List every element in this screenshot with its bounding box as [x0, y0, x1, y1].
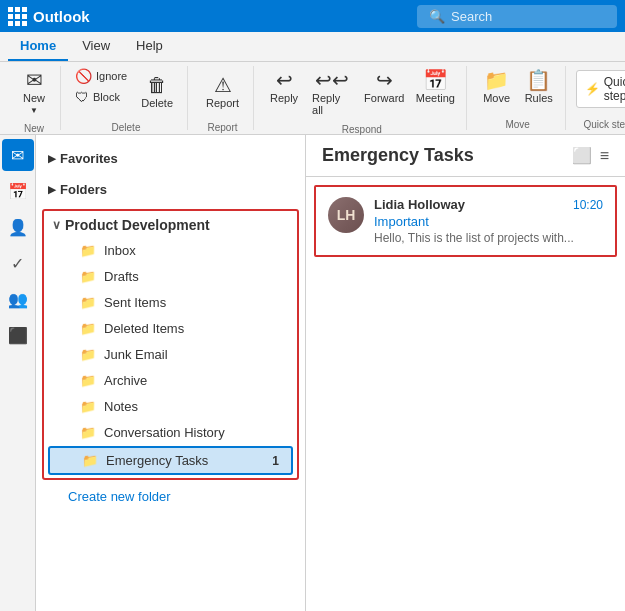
- junk-icon: 📁: [80, 347, 96, 362]
- ribbon-delete-group-label: Delete: [112, 120, 141, 133]
- sidebar: ▶ Favorites ▶ Folders ∨ Product Developm…: [36, 135, 306, 611]
- emergency-tasks-label: Emergency Tasks: [106, 453, 208, 468]
- sidebar-item-archive[interactable]: 📁 Archive: [48, 368, 293, 393]
- ignore-block-group: 🚫 Ignore 🛡 Block: [71, 66, 131, 107]
- ignore-icon: 🚫: [75, 68, 92, 84]
- block-button[interactable]: 🛡 Block: [71, 87, 131, 107]
- block-label: Block: [93, 91, 120, 103]
- sidebar-item-deleted[interactable]: 📁 Deleted Items: [48, 316, 293, 341]
- conv-history-label: Conversation History: [104, 425, 225, 440]
- report-icon: ⚠: [214, 75, 232, 95]
- nav-mail[interactable]: ✉: [2, 139, 34, 171]
- folders-chevron: ▶: [48, 184, 56, 195]
- tab-help[interactable]: Help: [124, 32, 175, 61]
- reply-label: Reply: [270, 92, 298, 104]
- ribbon-group-quicksteps: ⚡ Quick steps Quick steps: [570, 66, 625, 130]
- delete-icon: 🗑: [147, 75, 167, 95]
- block-icon: 🛡: [75, 89, 89, 105]
- ignore-button[interactable]: 🚫 Ignore: [71, 66, 131, 86]
- ribbon-report-group-label: Report: [208, 120, 238, 133]
- filter-icon[interactable]: ≡: [600, 147, 609, 165]
- content-header-actions: ⬜ ≡: [572, 146, 609, 165]
- content-title: Emergency Tasks: [322, 145, 474, 166]
- rules-label: Rules: [525, 92, 553, 104]
- product-dev-expand-icon: ∨: [52, 218, 61, 232]
- rules-button[interactable]: 📋 Rules: [519, 66, 559, 108]
- delete-label: Delete: [141, 97, 173, 109]
- nav-tasks[interactable]: ✓: [2, 247, 34, 279]
- sidebar-item-inbox[interactable]: 📁 Inbox: [48, 238, 293, 263]
- tab-home[interactable]: Home: [8, 32, 68, 61]
- reply-button[interactable]: ↩ Reply: [264, 66, 304, 108]
- forward-button[interactable]: ↪ Forward: [359, 66, 409, 108]
- emergency-tasks-badge: 1: [272, 454, 279, 468]
- new-button[interactable]: ✉ New ▼: [14, 66, 54, 119]
- title-bar: Outlook 🔍: [0, 0, 625, 32]
- content-area: Emergency Tasks ⬜ ≡ LH Lidia Holloway 10…: [306, 135, 625, 611]
- ribbon-new-group-label: New: [24, 121, 44, 134]
- archive-label: Archive: [104, 373, 147, 388]
- lightning-icon: ⚡: [585, 82, 600, 96]
- meeting-button[interactable]: 📅 Meeting: [411, 66, 460, 108]
- sent-icon: 📁: [80, 295, 96, 310]
- ribbon-group-delete: 🚫 Ignore 🛡 Block 🗑 Delete Delete: [65, 66, 188, 130]
- favorites-chevron: ▶: [48, 153, 56, 164]
- ribbon-content: ✉ New ▼ New 🚫 Ignore 🛡 Block: [0, 62, 625, 134]
- search-bar[interactable]: 🔍: [417, 5, 617, 28]
- reply-all-icon: ↩↩: [315, 70, 349, 90]
- ribbon-group-move: 📁 Move 📋 Rules Move: [471, 66, 566, 130]
- deleted-label: Deleted Items: [104, 321, 184, 336]
- drafts-icon: 📁: [80, 269, 96, 284]
- quick-steps-button[interactable]: ⚡ Quick steps: [576, 70, 625, 108]
- email-content: Lidia Holloway 10:20 Important Hello, Th…: [374, 197, 603, 245]
- move-button[interactable]: 📁 Move: [477, 66, 517, 108]
- quicksteps-buttons: ⚡ Quick steps: [576, 66, 625, 115]
- reply-all-button[interactable]: ↩↩ Reply all: [306, 66, 357, 120]
- rules-icon: 📋: [526, 70, 551, 90]
- move-buttons: 📁 Move 📋 Rules: [477, 66, 559, 115]
- search-input[interactable]: [451, 9, 601, 24]
- nav-apps[interactable]: ⬛: [2, 319, 34, 351]
- ribbon-move-group-label: Move: [505, 117, 529, 130]
- create-folder-link[interactable]: Create new folder: [36, 484, 305, 509]
- product-development-header[interactable]: ∨ Product Development: [44, 213, 297, 237]
- sidebar-item-sent[interactable]: 📁 Sent Items: [48, 290, 293, 315]
- ribbon-group-respond: ↩ Reply ↩↩ Reply all ↪ Forward 📅 Meeting…: [258, 66, 467, 130]
- notes-icon: 📁: [80, 399, 96, 414]
- folders-header[interactable]: ▶ Folders: [36, 178, 305, 201]
- product-development-label: Product Development: [65, 217, 210, 233]
- pop-out-icon[interactable]: ⬜: [572, 146, 592, 165]
- respond-buttons: ↩ Reply ↩↩ Reply all ↪ Forward 📅 Meeting: [264, 66, 460, 120]
- email-time: 10:20: [573, 198, 603, 212]
- forward-label: Forward: [364, 92, 404, 104]
- new-dropdown-icon: ▼: [30, 106, 38, 115]
- new-label: New: [23, 92, 45, 104]
- sidebar-item-emergency-tasks[interactable]: 📁 Emergency Tasks 1: [48, 446, 293, 475]
- sidebar-item-conversation-history[interactable]: 📁 Conversation History: [48, 420, 293, 445]
- nav-calendar[interactable]: 📅: [2, 175, 34, 207]
- inbox-label: Inbox: [104, 243, 136, 258]
- nav-groups[interactable]: 👥: [2, 283, 34, 315]
- delete-button[interactable]: 🗑 Delete: [133, 66, 181, 118]
- report-button[interactable]: ⚠ Report: [198, 66, 247, 118]
- email-sender: Lidia Holloway: [374, 197, 465, 212]
- ribbon-group-report: ⚠ Report Report: [192, 66, 254, 130]
- sidebar-item-junk[interactable]: 📁 Junk Email: [48, 342, 293, 367]
- email-preview: Hello, This is the list of projects with…: [374, 231, 603, 245]
- main-layout: ✉ 📅 👤 ✓ 👥 ⬛ ▶ Favorites ▶ Folders ∨ Prod…: [0, 135, 625, 611]
- email-list: LH Lidia Holloway 10:20 Important Hello,…: [306, 177, 625, 611]
- sidebar-item-notes[interactable]: 📁 Notes: [48, 394, 293, 419]
- app-name: Outlook: [33, 8, 90, 25]
- email-item[interactable]: LH Lidia Holloway 10:20 Important Hello,…: [314, 185, 617, 257]
- nav-icons: ✉ 📅 👤 ✓ 👥 ⬛: [0, 135, 36, 611]
- tab-view[interactable]: View: [70, 32, 122, 61]
- inbox-icon: 📁: [80, 243, 96, 258]
- delete-buttons: 🚫 Ignore 🛡 Block 🗑 Delete: [71, 66, 181, 118]
- nav-contacts[interactable]: 👤: [2, 211, 34, 243]
- meeting-label: Meeting: [416, 92, 455, 104]
- sidebar-item-drafts[interactable]: 📁 Drafts: [48, 264, 293, 289]
- avatar-image: LH: [328, 197, 364, 233]
- favorites-header[interactable]: ▶ Favorites: [36, 147, 305, 170]
- email-subject: Important: [374, 214, 603, 229]
- move-label: Move: [483, 92, 510, 104]
